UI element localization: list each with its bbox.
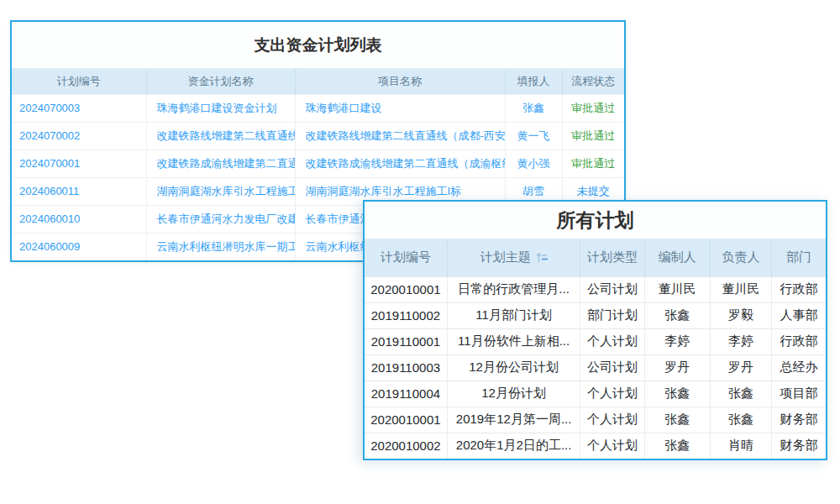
column-header-label: 计划主题: [480, 249, 531, 264]
table-row[interactable]: 201911000412月份计划个人计划张鑫张鑫项目部: [365, 381, 826, 407]
creator-cell: 张鑫: [644, 381, 710, 407]
owner-cell: 张鑫: [710, 381, 771, 407]
creator-cell: 董川民: [644, 276, 710, 302]
fund_plan_name-cell[interactable]: 湖南洞庭湖水库引水工程施工I标资金计划: [146, 177, 295, 205]
fund_plan_name-cell[interactable]: 云南水利枢纽潜明水库一期工程施工I标资金计划: [146, 233, 295, 260]
dept-cell: 总经办: [772, 354, 826, 381]
plan_no-cell: 2019110004: [365, 381, 447, 407]
owner-cell: 董川民: [710, 276, 771, 302]
fund_plan_name-cell[interactable]: 珠海鹤港口建设资金计划: [146, 94, 295, 122]
column-header-plan_no: 计划编号: [365, 239, 447, 276]
dept-cell: 财务部: [772, 407, 826, 433]
column-header-label: 计划编号: [57, 75, 101, 87]
type-cell: 部门计划: [580, 302, 644, 328]
dept-cell: 行政部: [772, 276, 826, 302]
plan_no-cell[interactable]: 2024060010: [12, 205, 146, 233]
project_name-cell[interactable]: 珠海鹤港口建设: [295, 94, 505, 122]
fund_plan_name-cell[interactable]: 长春市伊通河水力发电厂改建工程资金计划: [146, 205, 295, 233]
table-row[interactable]: 2024070003珠海鹤港口建设资金计划珠海鹤港口建设张鑫审批通过: [12, 94, 624, 122]
status-cell: 审批通过: [562, 94, 624, 122]
table-row[interactable]: 20200100012019年12月第一周...个人计划张鑫张鑫财务部: [365, 407, 826, 433]
table-header-row: 计划编号资金计划名称项目名称填报人流程状态: [12, 69, 624, 94]
subject-cell: 2019年12月第一周...: [447, 407, 580, 433]
filler-cell: 张鑫: [505, 94, 562, 122]
column-header-label: 部门: [786, 249, 811, 264]
plan_no-cell[interactable]: 2024060011: [12, 177, 146, 205]
subject-cell: 12月份计划: [447, 381, 580, 407]
creator-cell: 张鑫: [644, 302, 710, 328]
plan_no-cell: 2020010001: [365, 407, 447, 433]
column-header-dept: 部门: [772, 239, 826, 276]
all-plans-table: 计划编号计划主题计划类型编制人负责人部门 2020010001日常的行政管理月.…: [365, 239, 826, 459]
column-header-label: 流程状态: [571, 75, 615, 87]
creator-cell: 李婷: [644, 328, 710, 354]
type-cell: 公司计划: [580, 276, 644, 302]
table-row[interactable]: 20200100022020年1月2日的工...个人计划张鑫肖晴财务部: [365, 433, 826, 459]
creator-cell: 张鑫: [644, 407, 710, 433]
expense-fund-plan-title: 支出资金计划列表: [12, 22, 624, 69]
filler-cell: 黄小强: [505, 150, 562, 177]
owner-cell: 肖晴: [710, 433, 771, 459]
column-header-subject[interactable]: 计划主题: [447, 239, 580, 276]
column-header-label: 计划类型: [587, 249, 638, 264]
creator-cell: 罗丹: [644, 354, 710, 381]
column-header-filler: 填报人: [505, 69, 562, 94]
fund_plan_name-cell[interactable]: 改建铁路成渝线增建第二直通线（成渝枢纽）...: [146, 150, 295, 177]
project_name-cell[interactable]: 改建铁路成渝线增建第二直通线（成渝枢纽）...: [295, 150, 505, 177]
type-cell: 个人计划: [580, 328, 644, 354]
column-header-type: 计划类型: [580, 239, 644, 276]
status-cell: 审批通过: [562, 150, 624, 177]
filler-cell: 黄一飞: [505, 122, 562, 150]
dept-cell: 行政部: [772, 328, 826, 354]
column-header-label: 项目名称: [378, 75, 422, 87]
plan_no-cell: 2020010002: [365, 433, 447, 459]
column-header-plan_no: 计划编号: [12, 69, 146, 94]
project_name-cell[interactable]: 改建铁路线增建第二线直通线（成都-西安）电...: [295, 122, 505, 150]
column-header-owner: 负责人: [710, 239, 771, 276]
table-header-row: 计划编号计划主题计划类型编制人负责人部门: [365, 239, 826, 276]
subject-cell: 11月部门计划: [447, 302, 580, 328]
creator-cell: 张鑫: [644, 433, 710, 459]
table-row[interactable]: 201911000312月份公司计划公司计划罗丹罗丹总经办: [365, 354, 826, 381]
owner-cell: 罗丹: [710, 354, 771, 381]
dept-cell: 项目部: [772, 381, 826, 407]
subject-cell: 日常的行政管理月...: [447, 276, 580, 302]
subject-cell: 2020年1月2日的工...: [447, 433, 580, 459]
column-header-fund_plan_name: 资金计划名称: [146, 69, 295, 94]
plan_no-cell[interactable]: 2024060009: [12, 233, 146, 260]
subject-cell: 12月份公司计划: [447, 354, 580, 381]
column-header-label: 负责人: [722, 249, 760, 264]
table-row[interactable]: 2024070001改建铁路成渝线增建第二直通线（成渝枢纽）...改建铁路成渝线…: [12, 150, 624, 177]
all-plans-panel: 所有计划 计划编号计划主题计划类型编制人负责人部门 2020010001日常的行…: [363, 200, 827, 460]
plan_no-cell[interactable]: 2024070001: [12, 150, 146, 177]
plan_no-cell: 2019110001: [365, 328, 447, 354]
column-header-label: 计划编号: [381, 249, 431, 264]
owner-cell: 李婷: [710, 328, 771, 354]
column-header-project_name: 项目名称: [295, 69, 505, 94]
table-row[interactable]: 2024070002改建铁路线增建第二线直通线（成都-西安）电...改建铁路线增…: [12, 122, 624, 150]
dept-cell: 财务部: [772, 433, 826, 459]
column-header-creator: 编制人: [644, 239, 710, 276]
type-cell: 公司计划: [580, 354, 644, 381]
fund_plan_name-cell[interactable]: 改建铁路线增建第二线直通线（成都-西安）电...: [146, 122, 295, 150]
type-cell: 个人计划: [580, 381, 644, 407]
sort-ascending-icon[interactable]: [536, 252, 548, 263]
type-cell: 个人计划: [580, 407, 644, 433]
all-plans-title: 所有计划: [365, 202, 826, 239]
plan_no-cell[interactable]: 2024070003: [12, 94, 146, 122]
plan_no-cell: 2019110003: [365, 354, 447, 381]
type-cell: 个人计划: [580, 433, 644, 459]
subject-cell: 11月份软件上新相...: [447, 328, 580, 354]
owner-cell: 罗毅: [710, 302, 771, 328]
status-cell: 审批通过: [562, 122, 624, 150]
dept-cell: 人事部: [772, 302, 826, 328]
owner-cell: 张鑫: [710, 407, 771, 433]
table-row[interactable]: 201911000211月部门计划部门计划张鑫罗毅人事部: [365, 302, 826, 328]
table-row[interactable]: 2020010001日常的行政管理月...公司计划董川民董川民行政部: [365, 276, 826, 302]
plan_no-cell[interactable]: 2024070002: [12, 122, 146, 150]
column-header-label: 编制人: [659, 249, 696, 264]
plan_no-cell: 2020010001: [365, 276, 447, 302]
table-row[interactable]: 201911000111月份软件上新相...个人计划李婷李婷行政部: [365, 328, 826, 354]
column-header-status: 流程状态: [562, 69, 624, 94]
plan_no-cell: 2019110002: [365, 302, 447, 328]
